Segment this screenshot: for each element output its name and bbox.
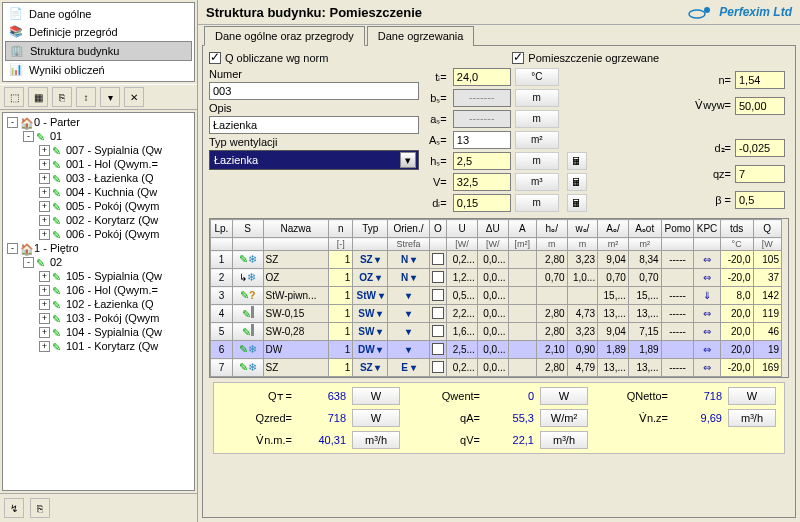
cell[interactable]: 1: [329, 341, 353, 359]
cell[interactable]: [429, 323, 447, 341]
cell[interactable]: ⇔: [694, 341, 720, 359]
cell[interactable]: 46: [753, 323, 782, 341]
cell[interactable]: SZ: [263, 359, 329, 377]
n-input[interactable]: [735, 71, 785, 89]
table-row[interactable]: 5✎SW-0,281SW ▾▾1,6...0,0...2,803,239,047…: [211, 323, 782, 341]
cell[interactable]: 0,0...: [477, 251, 508, 269]
cell[interactable]: [429, 269, 447, 287]
cell[interactable]: 15,...: [598, 287, 629, 305]
cell[interactable]: 2,80: [536, 305, 567, 323]
d2-input[interactable]: [735, 139, 785, 157]
cell[interactable]: SZ: [263, 251, 329, 269]
cell[interactable]: ✎: [232, 305, 263, 323]
tree-row[interactable]: +✎ 104 - Sypialnia (Qw: [5, 325, 192, 339]
cell[interactable]: ✎: [232, 323, 263, 341]
cell[interactable]: 142: [753, 287, 782, 305]
nav-wyniki[interactable]: 📊 Wyniki obliczeń: [5, 61, 192, 79]
qA-unit[interactable]: W/m²: [540, 409, 588, 427]
collapse-icon[interactable]: -: [23, 131, 34, 142]
cell[interactable]: -----: [661, 305, 694, 323]
cell[interactable]: -----: [661, 359, 694, 377]
table-row[interactable]: 2↳❄OZ1OZ ▾N ▾1,2...0,0...0,701,0...0,700…: [211, 269, 782, 287]
col-16[interactable]: tds: [720, 220, 753, 238]
cell[interactable]: SW-0,28: [263, 323, 329, 341]
cell[interactable]: N ▾: [388, 251, 430, 269]
expand-icon[interactable]: +: [39, 341, 50, 352]
cell[interactable]: DW ▾: [353, 341, 388, 359]
cell[interactable]: 0,5...: [447, 287, 478, 305]
cell[interactable]: ▾: [388, 341, 430, 359]
expand-icon[interactable]: +: [39, 271, 50, 282]
table-row[interactable]: 3✎?StW-piwn...1StW ▾▾0,5...0,0...15,...1…: [211, 287, 782, 305]
cell[interactable]: [429, 341, 447, 359]
cell[interactable]: 2,80: [536, 251, 567, 269]
cell[interactable]: -----: [661, 287, 694, 305]
cell[interactable]: 3,23: [567, 251, 598, 269]
cell[interactable]: [508, 359, 536, 377]
partition-grid[interactable]: Lp.SNazwanTypOrien./OUΔUAhₒ/wₒ/Aₒ/AₒotPo…: [209, 218, 789, 378]
cell[interactable]: ⇔: [694, 359, 720, 377]
cell[interactable]: 119: [753, 305, 782, 323]
cell[interactable]: -20,0: [720, 251, 753, 269]
col-3[interactable]: n: [329, 220, 353, 238]
col-4[interactable]: Typ: [353, 220, 388, 238]
cell[interactable]: SZ ▾: [353, 359, 388, 377]
cell[interactable]: [661, 341, 694, 359]
collapse-icon[interactable]: -: [23, 257, 34, 268]
cell[interactable]: ⇔: [694, 323, 720, 341]
cell[interactable]: 1,0...: [567, 269, 598, 287]
chk-heated[interactable]: Pomieszczenie ogrzewane: [512, 52, 659, 64]
col-9[interactable]: A: [508, 220, 536, 238]
Qwent-unit[interactable]: W: [540, 387, 588, 405]
cell[interactable]: [429, 251, 447, 269]
Vwyw-input[interactable]: [735, 97, 785, 115]
cell[interactable]: 1,6...: [447, 323, 478, 341]
tree-row[interactable]: +✎ 007 - Sypialnia (Qw: [5, 143, 192, 157]
col-15[interactable]: KPC: [694, 220, 720, 238]
expand-icon[interactable]: +: [39, 313, 50, 324]
col-7[interactable]: U: [447, 220, 478, 238]
cell[interactable]: 1: [329, 323, 353, 341]
bottom-tool-1[interactable]: ↯: [4, 498, 24, 518]
cell[interactable]: ▾: [388, 323, 430, 341]
cell[interactable]: 8,0: [720, 287, 753, 305]
QT-unit[interactable]: W: [352, 387, 400, 405]
cell[interactable]: 4,73: [567, 305, 598, 323]
tool-4[interactable]: ↕: [76, 87, 96, 107]
tab-dane-ogrzewania[interactable]: Dane ogrzewania: [367, 26, 475, 46]
table-row[interactable]: 1✎❄SZ1SZ ▾N ▾0,2...0,0...2,803,239,048,3…: [211, 251, 782, 269]
cell[interactable]: 169: [753, 359, 782, 377]
tool-6[interactable]: ✕: [124, 87, 144, 107]
cell[interactable]: 20,0: [720, 305, 753, 323]
hs-input[interactable]: [453, 152, 511, 170]
qV-unit[interactable]: m³/h: [540, 431, 588, 449]
cell[interactable]: OZ ▾: [353, 269, 388, 287]
tab-dane-ogolne[interactable]: Dane ogólne oraz przegrody: [204, 26, 365, 46]
cell[interactable]: 20,0: [720, 341, 753, 359]
V-calc-button[interactable]: 🖩: [567, 173, 587, 191]
cell[interactable]: 0,0...: [477, 287, 508, 305]
cell[interactable]: -----: [661, 251, 694, 269]
collapse-icon[interactable]: -: [7, 117, 18, 128]
cell[interactable]: 9,04: [598, 251, 629, 269]
typ-select[interactable]: Łazienka ▾: [209, 150, 419, 170]
tree-row[interactable]: +✎ 105 - Sypialnia (Qw: [5, 269, 192, 283]
cell[interactable]: ✎❄: [232, 341, 263, 359]
as-unit[interactable]: m: [515, 110, 559, 128]
col-6[interactable]: O: [429, 220, 447, 238]
expand-icon[interactable]: +: [39, 173, 50, 184]
expand-icon[interactable]: +: [39, 187, 50, 198]
cell[interactable]: 1: [329, 287, 353, 305]
V-input[interactable]: [453, 173, 511, 191]
nav-dane-ogolne[interactable]: 📄 Dane ogólne: [5, 5, 192, 23]
cell[interactable]: ⇔: [694, 269, 720, 287]
nav-struktura[interactable]: 🏢 Struktura budynku: [5, 41, 192, 61]
cell[interactable]: [661, 269, 694, 287]
tree-row[interactable]: -✎ 02: [5, 255, 192, 269]
cell[interactable]: ▾: [388, 287, 430, 305]
cell[interactable]: 19: [753, 341, 782, 359]
cell[interactable]: 2,10: [536, 341, 567, 359]
cell[interactable]: 1: [329, 269, 353, 287]
col-13[interactable]: Aₒot: [628, 220, 661, 238]
col-11[interactable]: wₒ/: [567, 220, 598, 238]
